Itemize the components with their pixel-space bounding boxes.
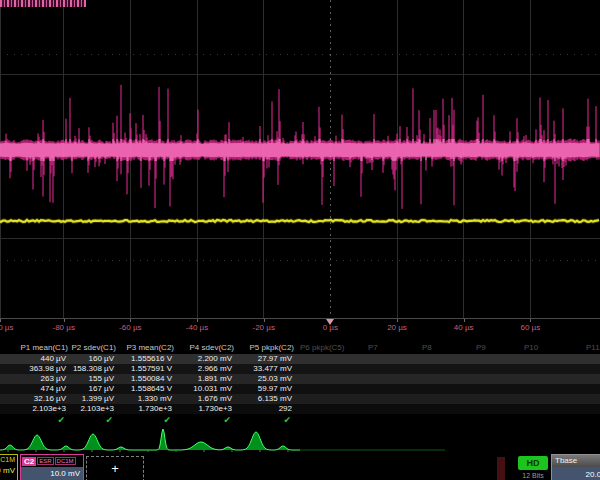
axis-label: -80 µs (52, 323, 74, 332)
measurement-value: 1.891 mV (174, 374, 234, 384)
measurement-value: 160 µV (68, 354, 116, 364)
waveform-area (0, 0, 600, 318)
measurement-value: 25.03 mV (234, 374, 294, 384)
axis-tick (197, 319, 198, 322)
measurement-value: 2.966 mV (174, 364, 234, 374)
measurement-header-unused[interactable]: P11 (586, 343, 600, 352)
measurement-value: 1.557591 V (116, 364, 174, 374)
c2-esr-badge: ESR (37, 457, 53, 465)
measurement-value: 155 µV (68, 374, 116, 384)
timebase-label: Tbase (552, 455, 600, 467)
measurement-value: 2.103e+3 (0, 404, 68, 414)
trigger-position-marker[interactable] (326, 319, 334, 325)
c1-scale-value: 0 mV (0, 466, 15, 475)
axis-label: 40 µs (454, 323, 474, 332)
axis-tick (130, 319, 131, 322)
measurement-table-rows: 440 µV160 µV1.555616 V2.200 mV27.97 mV36… (0, 354, 600, 414)
plus-icon: + (111, 461, 119, 476)
measurement-value: 363.98 µV (0, 364, 68, 374)
timebase-value: 20.0 µ (552, 467, 600, 480)
measurement-value: 1.730e+3 (116, 404, 174, 414)
measurement-value: 6.135 mV (234, 394, 294, 404)
axis-tick (530, 319, 531, 322)
measurement-header[interactable]: P5 pkpk(C2) (234, 343, 294, 352)
hd-mode-badge[interactable]: HD (518, 456, 548, 470)
channel-c1-descriptor[interactable]: C1M 0 mV (0, 454, 18, 480)
table-row: 32.16 µV1.399 µV1.330 mV1.676 mV6.135 mV (0, 394, 600, 404)
table-row: 363.98 µV158.308 µV1.557591 V2.966 mV33.… (0, 364, 600, 374)
trigger-descriptor-edge[interactable] (497, 457, 505, 480)
axis-tick (264, 319, 265, 322)
measurement-header-unused[interactable]: P7 (368, 343, 378, 352)
channel-c2-descriptor[interactable]: C2 ESR DC1M 10.0 mV (20, 454, 84, 480)
measurement-value: 10.031 mV (174, 384, 234, 394)
measurement-value: 440 µV (0, 354, 68, 364)
measurement-value: 1.550084 V (116, 374, 174, 384)
axis-label: -20 µs (252, 323, 274, 332)
measurement-table: P1 mean(C1)P2 sdev(C1)P3 mean(C2)P4 sdev… (0, 341, 600, 427)
table-row: 2.103e+32.103e+31.730e+31.730e+3292 (0, 404, 600, 414)
measurement-header-unused[interactable]: P9 (476, 343, 486, 352)
axis-label: 60 µs (520, 323, 540, 332)
measurement-value: 33.477 mV (234, 364, 294, 374)
measurement-table-headers: P1 mean(C1)P2 sdev(C1)P3 mean(C2)P4 sdev… (0, 341, 600, 354)
axis-label: 20 µs (387, 323, 407, 332)
table-row: 263 µV155 µV1.550084 V1.891 mV25.03 mV (0, 374, 600, 384)
c2-label: C2 (22, 457, 36, 466)
c2-scale-value: 10.0 mV (21, 467, 83, 480)
measurement-header-unused[interactable]: P8 (422, 343, 432, 352)
measurement-value: 2.200 mV (174, 354, 234, 364)
axis-label: -100 µs (0, 323, 13, 332)
table-row: 440 µV160 µV1.555616 V2.200 mV27.97 mV (0, 354, 600, 364)
axis-tick (0, 319, 1, 322)
axis-label: -40 µs (186, 323, 208, 332)
measurement-header[interactable]: P1 mean(C1) (0, 343, 68, 352)
measurement-value: 1.730e+3 (174, 404, 234, 414)
measurement-value: 263 µV (0, 374, 68, 384)
measurement-value: 1.555616 V (116, 354, 174, 364)
c2-coupling-badge: DC1M (55, 457, 76, 465)
measurement-value: 1.558645 V (116, 384, 174, 394)
timebase-axis: -100 µs-80 µs-60 µs-40 µs-20 µs0 µs20 µs… (0, 318, 600, 340)
axis-tick (464, 319, 465, 322)
measurement-header[interactable]: P3 mean(C2) (116, 343, 174, 352)
add-trace-button[interactable]: + (86, 456, 144, 480)
measurement-value: 1.330 mV (116, 394, 174, 404)
timebase-descriptor[interactable]: Tbase 20.0 µ (551, 454, 600, 480)
c1-coupling-label: C1M (0, 456, 15, 463)
axis-tick (64, 319, 65, 322)
axis-tick (397, 319, 398, 322)
axis-label: -60 µs (119, 323, 141, 332)
measurement-value: 158.308 µV (68, 364, 116, 374)
measurement-value: 474 µV (0, 384, 68, 394)
measurement-header[interactable]: P2 sdev(C1) (68, 343, 116, 352)
top-left-tag (0, 0, 86, 7)
measurement-value: 1.399 µV (68, 394, 116, 404)
hd-bits-label: 12 Bits (512, 472, 554, 479)
measurement-value: 32.16 µV (0, 394, 68, 404)
histogram-trace-area (0, 426, 600, 454)
measurement-header-unused[interactable]: P10 (524, 343, 538, 352)
measurement-value: 27.97 mV (234, 354, 294, 364)
measurement-value: 292 (234, 404, 294, 414)
measurement-value: 167 µV (68, 384, 116, 394)
measurement-value: 1.676 mV (174, 394, 234, 404)
table-row: 474 µV167 µV1.558645 V10.031 mV59.97 mV (0, 384, 600, 394)
measurement-value: 2.103e+3 (68, 404, 116, 414)
measurement-value: 59.97 mV (234, 384, 294, 394)
measurement-header[interactable]: P4 sdev(C2) (174, 343, 234, 352)
measurement-header-unused[interactable]: P6 pkpk(C5) (300, 343, 344, 352)
